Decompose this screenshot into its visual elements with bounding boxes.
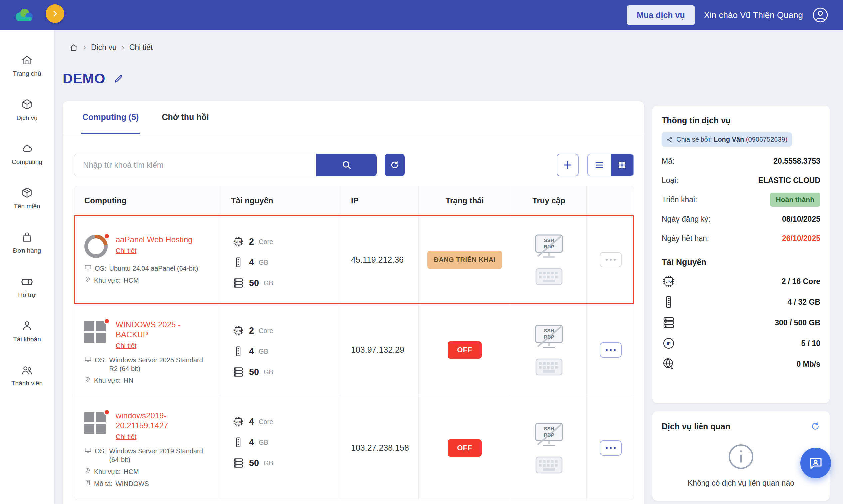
expire-date-value: 26/10/2025 (782, 234, 820, 243)
table-row-windows2025: WINDOWS 2025 - BACKUP Chi tiết OS: Windo… (74, 304, 633, 395)
cpu-unit: Core (259, 327, 273, 335)
ticket-icon (21, 275, 33, 288)
windows-logo-icon (84, 411, 109, 441)
cloud-icon (21, 142, 33, 155)
sidebar-item-support[interactable]: Hỗ trợ (0, 265, 54, 309)
console-access-icon[interactable] (534, 357, 564, 377)
breadcrumb-home-icon[interactable] (69, 43, 78, 52)
add-service-button[interactable] (557, 154, 579, 176)
console-access-icon[interactable] (534, 455, 564, 475)
detail-link[interactable]: Chi tiết (115, 433, 136, 441)
os-value: Ubuntu 24.04 aaPanel (64-bit) (109, 264, 198, 273)
more-actions-button[interactable] (599, 342, 622, 358)
ssh-rdp-access-icon[interactable]: SSH RDP (534, 323, 564, 350)
grid-view-icon (617, 160, 627, 170)
shopping-bag-icon (21, 231, 33, 244)
tab-bar: Computing (5) Chờ thu hồi (62, 101, 644, 134)
grid-view-button[interactable] (611, 155, 633, 176)
server-name-link[interactable]: windows2019-20.21159.1427 (115, 411, 213, 431)
topbar: Mua dịch vụ Xin chào Vũ Thiện Quang (0, 0, 843, 30)
ram-value: 4 (249, 257, 254, 268)
col-status: Trạng thái (418, 186, 512, 215)
detail-link[interactable]: Chi tiết (115, 342, 136, 349)
ssh-rdp-access-icon[interactable]: SSH RDP (534, 421, 564, 448)
sidebar-toggle-button[interactable] (46, 4, 64, 23)
sidebar-item-label: Hỗ trợ (18, 291, 36, 299)
empty-state-text: Không có dịch vụ liên quan nào (687, 479, 794, 488)
ram-value: 4 (249, 346, 254, 357)
resource-cpu: CPU 2 / 16 Core (662, 271, 820, 292)
cpu-icon: CPU (232, 416, 245, 428)
resource-ram: 4 / 32 GB (662, 292, 820, 312)
windows-logo-icon (84, 320, 109, 349)
resource-storage: 300 / 500 GB (662, 312, 820, 333)
sidebar-item-computing[interactable]: Computing (0, 132, 54, 176)
search-input[interactable] (74, 154, 316, 176)
sidebar-item-account[interactable]: Tài khoản (0, 309, 54, 353)
breadcrumb-item-services[interactable]: Dịch vụ (91, 43, 116, 52)
sidebar-item-home[interactable]: Trang chủ (0, 43, 54, 88)
detail-link[interactable]: Chi tiết (115, 247, 136, 255)
region-label: Khu vực: (94, 276, 121, 285)
field-expire-date: Ngày hết hạn: 26/10/2025 (662, 229, 820, 248)
sidebar-item-services[interactable]: Dịch vụ (0, 88, 54, 132)
svg-text:SSH: SSH (544, 328, 554, 333)
os-value: Windows Server 2025 Standard R2 (64 bit) (109, 356, 213, 373)
status-badge: ĐANG TRIỂN KHAI (428, 251, 502, 269)
buy-service-button[interactable]: Mua dịch vụ (627, 5, 695, 25)
search-icon (341, 160, 352, 170)
related-services-title: Dịch vụ liên quan (662, 422, 731, 431)
sidebar-item-domains[interactable]: Tên miền (0, 176, 54, 220)
console-access-icon[interactable] (534, 267, 564, 286)
sidebar-item-label: Tài khoản (13, 336, 41, 343)
tab-pending-revoke[interactable]: Chờ thu hồi (161, 101, 210, 134)
field-deployment: Triển khai: Hoàn thành (662, 190, 820, 210)
breadcrumb-item-current: Chi tiết (129, 43, 153, 52)
edit-pencil-icon[interactable] (113, 73, 124, 84)
brand-logo[interactable] (13, 7, 35, 23)
ram-icon (662, 295, 676, 309)
info-icon (727, 443, 755, 471)
user-avatar[interactable] (812, 7, 828, 23)
sidebar-item-label: Tên miền (14, 203, 40, 210)
more-actions-button[interactable] (599, 252, 622, 267)
list-view-button[interactable] (588, 155, 611, 176)
toolbar (74, 154, 634, 176)
sidebar-item-orders[interactable]: Đơn hàng (0, 220, 54, 265)
location-pin-icon (84, 376, 91, 383)
shared-by-chip: Chia sẻ bởi: Long Vân (0906752639) (662, 132, 792, 147)
col-ip: IP (341, 186, 418, 215)
server-name-link[interactable]: aaPanel Web Hosting (115, 235, 193, 245)
ram-icon (232, 256, 245, 268)
storage-icon (232, 366, 245, 378)
status-dot (104, 318, 110, 324)
services-table: Computing Tài nguyên IP Trạng thái Truy … (74, 186, 634, 500)
search-button[interactable] (316, 154, 377, 176)
breadcrumb-separator: › (83, 42, 86, 52)
cpu-icon: CPU (232, 236, 245, 248)
ssh-rdp-access-icon[interactable]: SSH RDP (534, 233, 564, 260)
refresh-icon (390, 160, 399, 170)
field-register-date: Ngày đăng ký: 08/10/2025 (662, 210, 820, 229)
sidebar-item-label: Đơn hàng (13, 247, 41, 254)
refresh-list-button[interactable] (384, 154, 405, 176)
services-box-icon (21, 98, 33, 110)
tab-computing[interactable]: Computing (5) (81, 101, 140, 134)
field-code: Mã: 20.5558.3753 (662, 151, 820, 171)
refresh-icon (810, 421, 820, 431)
support-chat-button[interactable] (801, 448, 831, 479)
monitor-icon (84, 356, 92, 363)
sidebar-item-members[interactable]: Thành viên (0, 353, 54, 397)
os-label: OS: (94, 447, 106, 455)
sidebar-item-label: Computing (12, 159, 42, 166)
os-value: Windows Server 2019 Standard (64-bit) (109, 447, 213, 464)
related-refresh-button[interactable] (810, 421, 820, 431)
ip-icon: IP (662, 336, 676, 350)
os-label: OS: (94, 356, 106, 364)
plus-icon (562, 160, 573, 171)
more-actions-button[interactable] (599, 440, 622, 456)
svg-text:CPU: CPU (666, 280, 671, 283)
server-name-link[interactable]: WINDOWS 2025 - BACKUP (115, 320, 213, 340)
status-dot (104, 233, 110, 239)
network-icon (662, 357, 676, 371)
